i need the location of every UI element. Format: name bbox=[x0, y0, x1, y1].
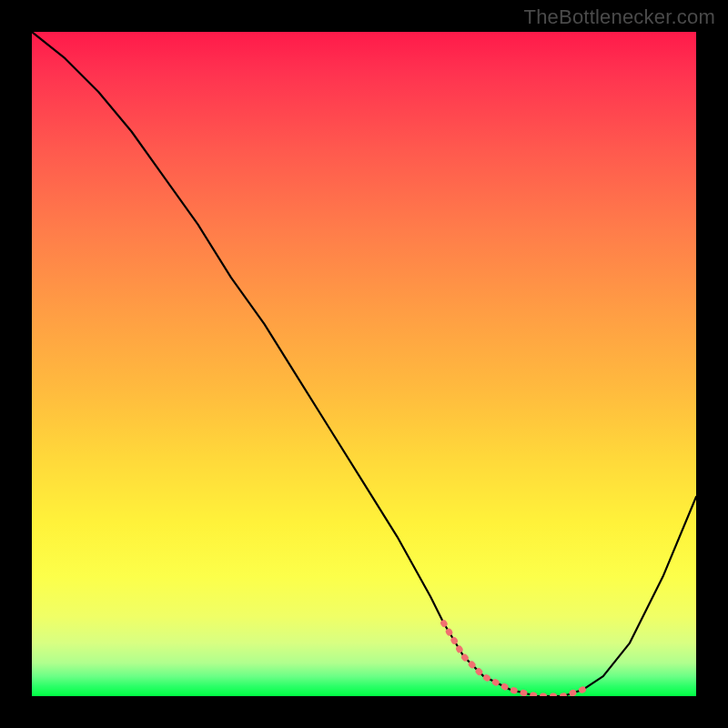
bottleneck-curve-line bbox=[32, 32, 696, 696]
chart-plot-area bbox=[32, 32, 696, 696]
attribution-text: TheBottlenecker.com bbox=[524, 5, 715, 29]
flat-region-highlight bbox=[444, 623, 583, 696]
chart-curve-svg bbox=[32, 32, 696, 696]
